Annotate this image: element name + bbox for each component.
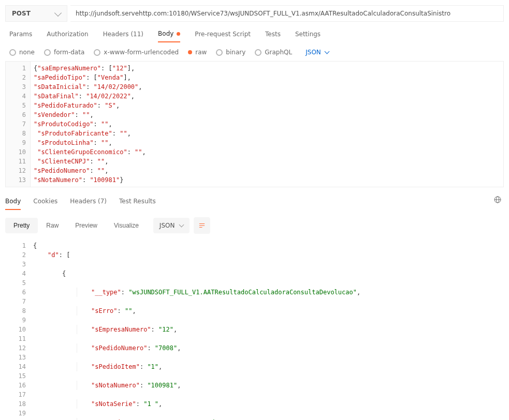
- tab-headers[interactable]: Headers (11): [103, 30, 143, 42]
- editor-gutter: 12345678910111213: [6, 62, 31, 187]
- tab-params[interactable]: Params: [9, 30, 32, 42]
- restab-cookies[interactable]: Cookies: [33, 198, 57, 210]
- tab-body[interactable]: Body: [158, 30, 180, 42]
- response-viewbar: Pretty Raw Preview Visualize JSON: [0, 210, 509, 239]
- dot-modified-icon: [177, 32, 180, 36]
- bodytype-urlencoded[interactable]: x-www-form-urlencoded: [94, 49, 179, 56]
- request-body-editor[interactable]: 12345678910111213 {"saEmpresaNumero": ["…: [5, 61, 504, 187]
- bodytype-formdata[interactable]: form-data: [44, 49, 84, 56]
- url-input[interactable]: http://jundsoft.servehttp.com:10180/WSer…: [70, 5, 504, 22]
- chevron-down-icon: [179, 222, 184, 228]
- tab-tests[interactable]: Tests: [265, 30, 281, 42]
- response-gutter: 12345678910111213141516171819: [5, 239, 30, 420]
- wrap-icon: [198, 222, 206, 229]
- request-body-code[interactable]: {"saEmpresaNumero": ["12"], "saPedidoTip…: [31, 62, 149, 187]
- url-value: http://jundsoft.servehttp.com:10180/WSer…: [76, 10, 450, 17]
- view-raw[interactable]: Raw: [38, 218, 67, 233]
- tab-settings[interactable]: Settings: [295, 30, 321, 42]
- bodytype-binary[interactable]: binary: [216, 49, 245, 56]
- chevron-down-icon: [54, 9, 62, 16]
- response-tabs: Body Cookies Headers (7) Test Results: [0, 187, 509, 210]
- view-preview[interactable]: Preview: [67, 218, 106, 233]
- body-type-row: none form-data x-www-form-urlencoded raw…: [0, 42, 509, 61]
- response-format-dropdown[interactable]: JSON: [153, 218, 190, 233]
- request-tabs: Params Authorization Headers (11) Body P…: [0, 22, 509, 42]
- raw-format-dropdown[interactable]: JSON: [306, 49, 329, 56]
- chevron-down-icon: [324, 49, 329, 54]
- response-body-viewer[interactable]: 12345678910111213141516171819 { "d": [ {…: [0, 239, 509, 420]
- restab-tests[interactable]: Test Results: [119, 198, 156, 210]
- view-pretty[interactable]: Pretty: [5, 218, 38, 233]
- method-select[interactable]: POST: [5, 5, 67, 22]
- bodytype-raw[interactable]: raw: [188, 49, 207, 56]
- globe-icon[interactable]: [493, 196, 502, 204]
- bodytype-graphql[interactable]: GraphQL: [255, 49, 292, 56]
- method-label: POST: [12, 10, 31, 17]
- restab-body[interactable]: Body: [5, 198, 21, 210]
- tab-prerequest[interactable]: Pre-request Script: [195, 30, 251, 42]
- tab-authorization[interactable]: Authorization: [47, 30, 88, 42]
- bodytype-none[interactable]: none: [9, 49, 35, 56]
- wrap-lines-button[interactable]: [194, 217, 210, 234]
- restab-headers[interactable]: Headers (7): [70, 198, 107, 210]
- response-body-code[interactable]: { "d": [ { "__type": "wsJUNDSOFT_FULL_V1…: [30, 239, 504, 420]
- view-visualize[interactable]: Visualize: [106, 218, 147, 233]
